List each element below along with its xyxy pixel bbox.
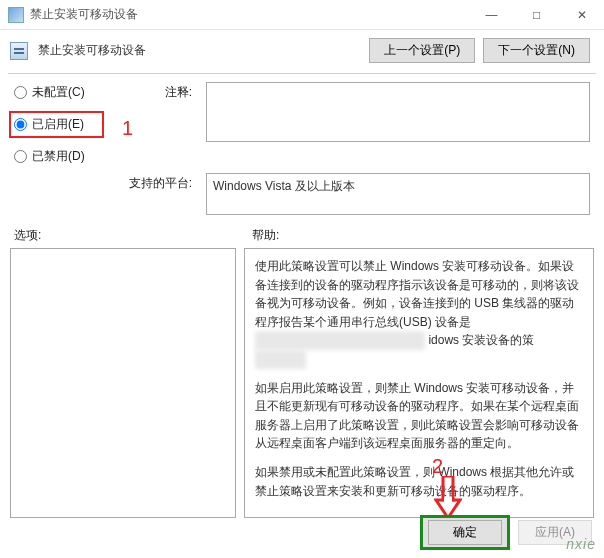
- radio-not-configured-label: 未配置(C): [32, 84, 85, 101]
- page-title: 禁止安装可移动设备: [38, 42, 359, 59]
- help-pane: 使用此策略设置可以禁止 Windows 安装可移动设备。如果设备连接到的设备的驱…: [244, 248, 594, 518]
- header-row: 禁止安装可移动设备 上一个设置(P) 下一个设置(N): [0, 30, 604, 73]
- radio-disabled-input[interactable]: [14, 150, 27, 163]
- options-pane: [10, 248, 236, 518]
- apply-button[interactable]: 应用(A): [518, 520, 592, 545]
- panes: 使用此策略设置可以禁止 Windows 安装可移动设备。如果设备连接到的设备的驱…: [0, 248, 604, 518]
- radio-not-configured-input[interactable]: [14, 86, 27, 99]
- minimize-button[interactable]: —: [469, 0, 514, 29]
- radio-enabled[interactable]: 已启用(E): [9, 111, 104, 138]
- radio-not-configured[interactable]: 未配置(C): [14, 84, 114, 101]
- radio-enabled-input[interactable]: [14, 118, 27, 131]
- dialog-footer: 确定 应用(A): [420, 515, 592, 550]
- config-area: 未配置(C) 已启用(E) 已禁用(D) 注释: 支持的平台: Windows …: [0, 74, 604, 221]
- mid-labels: 选项: 帮助:: [0, 221, 604, 248]
- help-label: 帮助:: [252, 227, 279, 244]
- ok-button[interactable]: 确定: [428, 520, 502, 545]
- supported-platform-box: Windows Vista 及以上版本: [206, 173, 590, 215]
- platform-label: 支持的平台:: [128, 173, 192, 192]
- window-titlebar: 禁止安装可移动设备 — □ ✕: [0, 0, 604, 30]
- radio-disabled-label: 已禁用(D): [32, 148, 85, 165]
- previous-setting-button[interactable]: 上一个设置(P): [369, 38, 475, 63]
- radio-disabled[interactable]: 已禁用(D): [14, 148, 114, 165]
- redacted-text: ██████: [255, 350, 306, 369]
- redacted-text: ████████████████████: [255, 331, 425, 350]
- help-paragraph-2: 如果启用此策略设置，则禁止 Windows 安装可移动设备，并且不能更新现有可移…: [255, 379, 583, 453]
- help-paragraph-3: 如果禁用或未配置此策略设置，则 Windows 根据其他允许或禁止策略设置来安装…: [255, 463, 583, 500]
- next-setting-button[interactable]: 下一个设置(N): [483, 38, 590, 63]
- maximize-button[interactable]: □: [514, 0, 559, 29]
- help-paragraph-1: 使用此策略设置可以禁止 Windows 安装可移动设备。如果设备连接到的设备的驱…: [255, 257, 583, 369]
- close-button[interactable]: ✕: [559, 0, 604, 29]
- radio-group: 未配置(C) 已启用(E) 已禁用(D): [14, 82, 114, 165]
- options-label: 选项:: [14, 227, 242, 244]
- window-title: 禁止安装可移动设备: [30, 6, 469, 23]
- ok-button-highlight: 确定: [420, 515, 510, 550]
- policy-icon: [10, 42, 28, 60]
- radio-enabled-label: 已启用(E): [32, 116, 84, 133]
- app-icon: [8, 7, 24, 23]
- comment-label: 注释:: [128, 82, 192, 101]
- supported-platform-text: Windows Vista 及以上版本: [213, 179, 355, 193]
- comment-textarea[interactable]: [206, 82, 590, 142]
